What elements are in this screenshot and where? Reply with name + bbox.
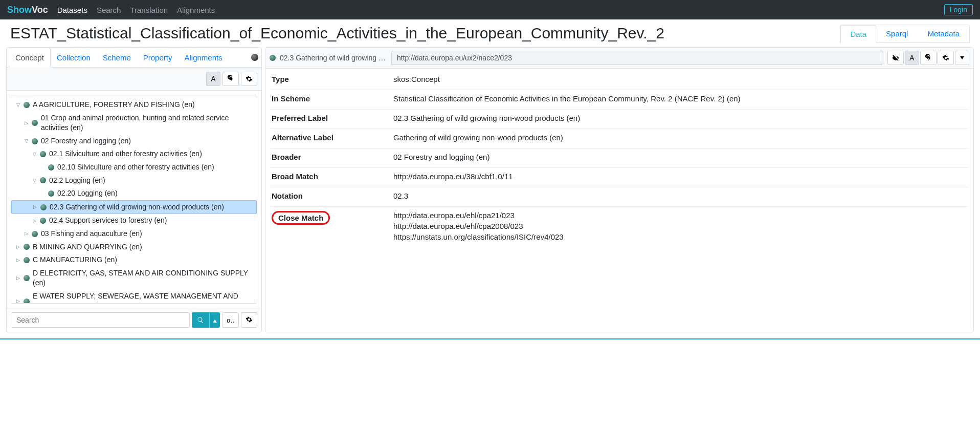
detail-more-button[interactable] xyxy=(955,51,969,65)
nav-search[interactable]: Search xyxy=(97,6,121,14)
tree-node[interactable]: 02.3 Gathering of wild growing non-wood … xyxy=(11,200,257,215)
tab-metadata[interactable]: Metadata xyxy=(918,25,969,42)
caret-open-icon[interactable] xyxy=(24,139,29,144)
tree-node-label: E WATER SUPPLY; SEWERAGE, WASTE MANAGEME… xyxy=(33,291,254,304)
caret-closed-icon[interactable] xyxy=(32,205,37,210)
concept-orb-icon xyxy=(24,257,30,263)
caret-closed-icon[interactable] xyxy=(15,258,20,263)
tab-collection[interactable]: Collection xyxy=(51,48,97,67)
hide-button[interactable] xyxy=(887,51,904,65)
tree-node-label: 02.3 Gathering of wild growing non-wood … xyxy=(50,202,224,212)
gear-icon xyxy=(246,316,253,323)
property-label: Broad Match xyxy=(271,172,393,183)
scheme-selector-icon[interactable] xyxy=(251,54,258,61)
alpha-filter-button[interactable]: α.. xyxy=(222,312,239,328)
concept-orb-icon xyxy=(40,218,46,224)
tree-node[interactable]: 01 Crop and animal production, hunting a… xyxy=(11,112,257,135)
caret-closed-icon[interactable] xyxy=(32,218,37,223)
page-title: ESTAT_Statistical_Classification_of_Econ… xyxy=(10,25,664,42)
tab-scheme[interactable]: Scheme xyxy=(97,48,137,67)
property-value: 02.3 Gathering of wild growing non-wood … xyxy=(393,114,968,124)
refresh-button[interactable] xyxy=(222,72,239,86)
uri-field[interactable]: http://data.europa.eu/ux2/nace2/023 xyxy=(391,51,883,65)
login-button[interactable]: Login xyxy=(944,4,973,15)
footer-accent xyxy=(0,338,980,339)
tree-node[interactable]: 02.1 Silviculture and other forestry act… xyxy=(11,147,257,161)
tree-node-label: D ELECTRICITY, GAS, STEAM AND AIR CONDIT… xyxy=(33,268,254,288)
detail-refresh-button[interactable] xyxy=(920,51,937,65)
tree-node[interactable]: 03 Fishing and aquaculture (en) xyxy=(11,227,257,241)
eye-off-icon xyxy=(892,54,899,61)
caret-open-icon[interactable] xyxy=(15,102,20,108)
properties-list: Typeskos:ConceptIn SchemeStatistical Cla… xyxy=(265,69,973,258)
caret-closed-icon[interactable] xyxy=(15,275,20,281)
concept-orb-icon xyxy=(40,177,46,183)
property-value: skos:Concept xyxy=(393,75,968,86)
search-input[interactable] xyxy=(11,312,190,328)
caret-open-icon[interactable] xyxy=(32,152,37,157)
detail-settings-button[interactable] xyxy=(938,51,954,65)
tree-node-label: A AGRICULTURE, FORESTRY AND FISHING (en) xyxy=(33,100,195,110)
search-bar: α.. xyxy=(7,308,261,332)
property-row: In SchemeStatistical Classification of E… xyxy=(271,90,968,110)
tree-node-label: B MINING AND QUARRYING (en) xyxy=(33,242,142,252)
tab-concept[interactable]: Concept xyxy=(9,48,51,68)
tree-node[interactable]: C MANUFACTURING (en) xyxy=(11,253,257,267)
property-row: Close Matchhttp://data.europa.eu/ehl/cpa… xyxy=(271,207,968,247)
brand-part2: Voc xyxy=(32,5,48,15)
concept-tree-panel: Concept Collection Scheme Property Align… xyxy=(6,47,262,332)
caret-open-icon[interactable] xyxy=(32,178,37,183)
nav-translation[interactable]: Translation xyxy=(130,6,168,14)
property-label: Close Match xyxy=(271,211,393,243)
tree-node[interactable]: 02.20 Logging (en) xyxy=(11,187,257,200)
concept-orb-icon xyxy=(270,55,276,61)
property-row: Typeskos:Concept xyxy=(271,71,968,90)
alpha-view-button[interactable]: A xyxy=(905,51,919,65)
concept-orb-icon xyxy=(32,138,38,144)
search-settings-button[interactable] xyxy=(241,312,257,328)
left-tabs: Concept Collection Scheme Property Align… xyxy=(7,48,261,68)
property-value: http://data.europa.eu/38u/cbf1.0/11 xyxy=(393,172,968,183)
tree-node[interactable]: 02.10 Silviculture and other forestry ac… xyxy=(11,161,257,174)
nav-alignments[interactable]: Alignments xyxy=(177,6,215,14)
search-icon xyxy=(197,316,204,324)
tree-settings-button[interactable] xyxy=(241,72,257,86)
concept-orb-icon xyxy=(32,231,38,237)
tree-node[interactable]: 02.2 Logging (en) xyxy=(11,174,257,187)
property-value-line: https://unstats.un.org/classifications/I… xyxy=(393,232,968,241)
property-value-line: skos:Concept xyxy=(393,75,968,83)
tree-node-label: 02.4 Support services to forestry (en) xyxy=(49,216,167,226)
tree-node[interactable]: 02 Forestry and logging (en) xyxy=(11,135,257,148)
concept-orb-icon xyxy=(24,275,30,281)
brand-logo[interactable]: ShowVoc xyxy=(7,5,48,15)
property-value: 02.3 xyxy=(393,191,968,202)
caret-closed-icon[interactable] xyxy=(24,231,29,237)
tree-node[interactable]: B MINING AND QUARRYING (en) xyxy=(11,241,257,254)
property-row: Notation02.3 xyxy=(271,187,968,207)
tab-sparql[interactable]: Sparql xyxy=(876,25,918,42)
caret-closed-icon[interactable] xyxy=(15,299,20,304)
property-label: Alternative Label xyxy=(271,133,393,144)
concept-tree[interactable]: A AGRICULTURE, FORESTRY AND FISHING (en)… xyxy=(11,95,257,304)
top-navbar: ShowVoc Datasets Search Translation Alig… xyxy=(0,0,980,19)
gear-icon xyxy=(246,75,253,82)
tree-node[interactable]: E WATER SUPPLY; SEWERAGE, WASTE MANAGEME… xyxy=(11,290,257,304)
tab-property[interactable]: Property xyxy=(137,48,179,67)
tree-node[interactable]: 02.4 Support services to forestry (en) xyxy=(11,214,257,227)
caret-closed-icon[interactable] xyxy=(15,244,20,249)
tab-data[interactable]: Data xyxy=(840,25,876,43)
concept-orb-icon xyxy=(24,299,30,304)
tab-alignments-left[interactable]: Alignments xyxy=(178,48,228,67)
tree-node[interactable]: A AGRICULTURE, FORESTRY AND FISHING (en) xyxy=(11,98,257,112)
property-value-line: 02 Forestry and logging (en) xyxy=(393,153,968,161)
search-button[interactable] xyxy=(192,312,209,328)
search-dropdown-button[interactable] xyxy=(209,312,220,328)
tree-node[interactable]: D ELECTRICITY, GAS, STEAM AND AIR CONDIT… xyxy=(11,267,257,290)
caret-closed-icon[interactable] xyxy=(24,120,29,125)
property-value-line: Statistical Classification of Economic A… xyxy=(393,94,968,103)
tree-node-label: 01 Crop and animal production, hunting a… xyxy=(41,113,254,133)
detail-title: 02.3 Gathering of wild growing no... xyxy=(280,54,387,62)
nav-datasets[interactable]: Datasets xyxy=(57,6,87,14)
property-row: Alternative LabelGathering of wild growi… xyxy=(271,129,968,148)
alpha-sort-button[interactable]: A xyxy=(206,72,220,86)
